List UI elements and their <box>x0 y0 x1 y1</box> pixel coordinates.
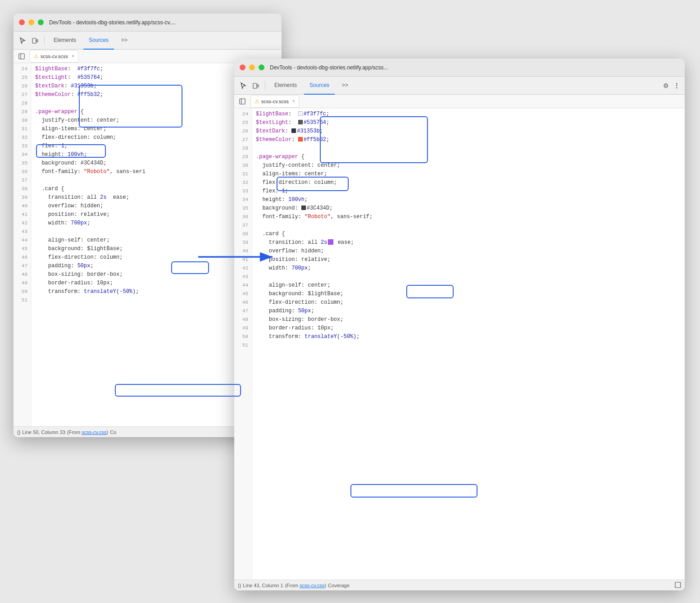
titlebar-2: DevTools - devtools-dbg-stories.netlify.… <box>234 59 685 77</box>
line-number: 40 <box>14 202 31 210</box>
toolbar-1: Elements Sources >> <box>14 32 282 50</box>
maximize-button-1[interactable] <box>38 19 44 25</box>
line-number: 42 <box>14 219 31 228</box>
line-number: 43 <box>234 273 252 281</box>
line-number: 44 <box>14 236 31 245</box>
line-number: 40 <box>234 247 252 256</box>
line-number: 24 <box>14 65 31 73</box>
tab-more-1[interactable]: >> <box>116 32 133 50</box>
status-position-1: Line 50, Column 33 <box>22 429 65 435</box>
close-tab-1[interactable]: × <box>72 54 74 59</box>
code-line: transform: translateY(-50%); <box>256 333 685 341</box>
line-number: 36 <box>14 168 31 176</box>
line-number: 50 <box>234 333 252 341</box>
sidebar-toggle-2[interactable] <box>237 96 248 107</box>
tab-elements-2[interactable]: Elements <box>269 77 302 95</box>
line-number: 25 <box>234 119 252 127</box>
separator-1 <box>44 36 45 45</box>
code-line <box>256 273 685 281</box>
minimize-button-2[interactable] <box>249 64 255 70</box>
device-icon-2[interactable] <box>250 80 261 91</box>
window-title-2: DevTools - devtools-dbg-stories.netlify.… <box>270 64 388 71</box>
code-line: flex: 1; <box>256 187 685 196</box>
line-number: 28 <box>234 144 252 153</box>
braces-icon-1: {} <box>17 429 20 435</box>
line-numbers-2: 2425262728293031323334353637383940414243… <box>234 108 252 580</box>
line-number: 32 <box>234 178 252 187</box>
warn-icon-2: ⚠ <box>255 98 259 105</box>
gear-icon[interactable]: ⚙ <box>661 81 670 90</box>
code-line: .page-wrapper { <box>256 153 685 161</box>
line-number: 43 <box>14 228 31 236</box>
close-button-1[interactable] <box>19 19 25 25</box>
file-tab-name-1: scss-cv.scss <box>41 54 68 59</box>
svg-rect-0 <box>32 38 36 43</box>
line-number: 29 <box>234 153 252 161</box>
code-line: height: 100vh; <box>256 196 685 204</box>
window-title-1: DevTools - devtools-dbg-stories.netlify.… <box>49 19 176 26</box>
maximize-button-2[interactable] <box>259 64 264 70</box>
status-bar-2: {} Line 43, Column 1 (From scss-cv.css) … <box>234 580 685 590</box>
svg-rect-1 <box>36 40 38 42</box>
line-number: 27 <box>234 136 252 144</box>
code-line: background: #3C434D; <box>256 204 685 213</box>
close-tab-2[interactable]: × <box>292 99 295 104</box>
titlebar-1: DevTools - devtools-dbg-stories.netlify.… <box>14 14 282 32</box>
line-number: 30 <box>234 161 252 170</box>
close-button-2[interactable] <box>240 64 245 70</box>
line-number: 41 <box>14 210 31 219</box>
line-number: 33 <box>14 142 31 151</box>
more-menu-icon[interactable]: ⋮ <box>672 81 681 90</box>
status-from-1: (From scss-cv.css) <box>67 429 108 435</box>
line-numbers-1: 2425262728293031323334353637383940414243… <box>14 63 32 426</box>
code-editor-2[interactable]: 2425262728293031323334353637383940414243… <box>234 108 685 580</box>
minimize-button-1[interactable] <box>28 19 34 25</box>
status-position-2: Line 43, Column 1 <box>243 583 283 588</box>
line-number: 26 <box>14 82 31 91</box>
status-from-2: (From scss-cv.css) <box>285 583 326 588</box>
file-tab-2[interactable]: ⚠ scss-cv.scss × <box>250 95 299 108</box>
file-tab-1[interactable]: ⚠ scss-cv.scss × <box>30 50 78 63</box>
code-content-2[interactable]: $lightBase: #f3f7fc;$textLight: #535764;… <box>252 108 685 580</box>
code-line: border-radius: 10px; <box>256 324 685 333</box>
line-number: 49 <box>234 324 252 333</box>
code-line: box-sizing: border-box; <box>256 315 685 324</box>
status-file-2[interactable]: scss-cv.css <box>300 583 324 588</box>
source-tabbar-2: ⚠ scss-cv.scss × <box>234 95 685 108</box>
tab-elements-1[interactable]: Elements <box>48 32 82 50</box>
tab-sources-2[interactable]: Sources <box>304 77 335 95</box>
code-line <box>256 221 685 230</box>
svg-rect-6 <box>240 99 245 104</box>
code-line: justify-content: center; <box>256 161 685 170</box>
tab-more-2[interactable]: >> <box>336 77 354 95</box>
code-line: padding: 50px; <box>256 307 685 315</box>
code-line: overflow: hidden; <box>256 247 685 256</box>
line-number: 42 <box>234 264 252 273</box>
line-number: 29 <box>14 108 31 116</box>
line-number: 47 <box>234 307 252 315</box>
line-number: 45 <box>234 290 252 298</box>
tab-sources-1[interactable]: Sources <box>83 32 114 50</box>
svg-rect-8 <box>675 582 681 588</box>
line-number: 35 <box>234 204 252 213</box>
line-number: 24 <box>234 110 252 119</box>
sidebar-toggle-1[interactable] <box>16 51 27 62</box>
device-icon[interactable] <box>30 35 41 46</box>
status-suffix-1: Co <box>110 429 116 435</box>
code-line <box>256 341 685 350</box>
traffic-lights-2 <box>240 64 264 70</box>
line-number: 26 <box>234 127 252 136</box>
code-line: width: 700px; <box>256 264 685 273</box>
status-file-1[interactable]: scss-cv.css <box>82 429 106 435</box>
code-line: $themeColor: #ff5b32; <box>256 136 685 144</box>
cursor-icon-2[interactable] <box>238 80 249 91</box>
line-number: 37 <box>234 221 252 230</box>
line-number: 50 <box>14 288 31 296</box>
status-suffix-2: Coverage <box>328 583 350 588</box>
code-line: flex-direction: column; <box>256 178 685 187</box>
line-number: 47 <box>14 262 31 270</box>
braces-icon-2: {} <box>238 583 241 588</box>
cursor-icon[interactable] <box>17 35 28 46</box>
line-number: 35 <box>14 159 31 168</box>
svg-rect-4 <box>253 83 257 88</box>
